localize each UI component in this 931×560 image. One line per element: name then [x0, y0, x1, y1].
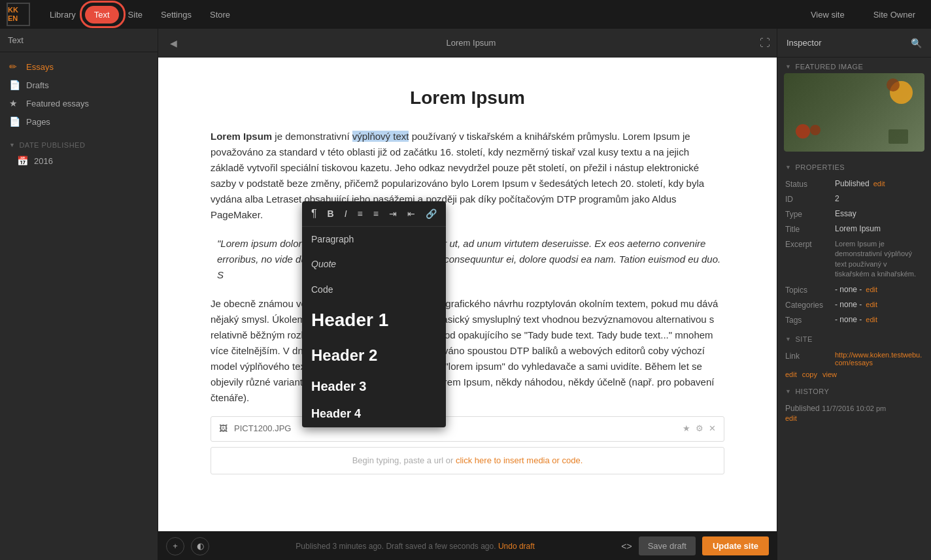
format-bold-btn[interactable]: B — [324, 206, 338, 222]
format-quote-item[interactable]: Quote — [302, 252, 446, 276]
media-attachment: 🖼 PICT1200.JPG ★ ⚙ ✕ — [211, 416, 724, 442]
undo-draft-link[interactable]: Undo draft — [498, 542, 535, 551]
sidebar-item-2016[interactable]: 📅 2016 — [0, 152, 158, 170]
save-draft-button[interactable]: Save draft — [639, 536, 696, 555]
sidebar-content-items: ✏ Essays 📄 Drafts ★ Featured essays 📄 Pa… — [0, 52, 158, 136]
prop-type: Type Essay — [777, 206, 931, 222]
insert-media-row[interactable]: Begin typing, paste a url or click here … — [211, 447, 724, 475]
site-link-copy-btn[interactable]: copy — [802, 371, 817, 378]
theme-button[interactable]: ◐ — [191, 537, 209, 555]
history-published-value: 11/7/2016 10:02 pm — [822, 404, 886, 412]
prop-status: Status Published edit — [777, 176, 931, 191]
prop-categories: Categories - none - edit — [777, 297, 931, 312]
status-text: Published 3 minutes ago. Draft saved a f… — [216, 542, 615, 551]
format-header4-item[interactable]: Header 4 — [302, 401, 446, 427]
site-label: ▼ SITE — [777, 330, 931, 346]
format-popup: ¶ B I ≡ ≡ ⇥ ⇤ 🔗 Paragraph Quote Code Hea… — [302, 201, 446, 427]
center-area: ◀ Lorem Ipsum ⛶ Lorem Ipsum Lorem Ipsum … — [158, 29, 777, 560]
content-paragraph-1: Lorem Ipsum je demonstrativní výplňový t… — [211, 129, 724, 223]
essays-icon: ✏ — [9, 61, 21, 72]
view-site-btn[interactable]: View site — [802, 6, 854, 24]
topics-edit-btn[interactable]: edit — [866, 286, 877, 293]
calendar-icon: 📅 — [17, 156, 29, 166]
format-link-btn[interactable]: 🔗 — [422, 206, 441, 222]
featured-image-label: ▼ FEATURED IMAGE — [777, 58, 931, 73]
site-owner-btn[interactable]: Site Owner — [864, 6, 924, 24]
inspector-title: Inspector — [787, 38, 821, 48]
right-panel: Inspector 🔍 ▼ FEATURED IMAGE ▼ PROPERTIE… — [777, 29, 931, 560]
format-header1-item[interactable]: Header 1 — [302, 302, 446, 339]
site-link-view-btn[interactable]: view — [822, 371, 837, 378]
fullscreen-button[interactable]: ⛶ — [760, 37, 770, 49]
logo: KK EN — [7, 3, 30, 26]
media-remove-btn[interactable]: ✕ — [709, 422, 716, 436]
status-edit-btn[interactable]: edit — [873, 180, 885, 188]
format-ol-btn[interactable]: ≡ — [369, 206, 382, 222]
pages-icon: 📄 — [9, 116, 21, 127]
format-outdent-btn[interactable]: ⇤ — [403, 206, 419, 222]
prop-topics: Topics - none - edit — [777, 282, 931, 297]
top-nav-right: View site Site Owner — [802, 6, 924, 24]
format-code-item[interactable]: Code — [302, 277, 446, 302]
insert-media-link[interactable]: click here to insert media or code. — [456, 455, 583, 465]
sidebar-section-header: Text — [0, 29, 158, 52]
sidebar-item-pages[interactable]: 📄 Pages — [0, 112, 158, 131]
media-filename: PICT1200.JPG — [234, 422, 291, 436]
content-paragraph-2: Je obecně známou věcí, že člověk bývá př… — [211, 296, 724, 406]
add-button[interactable]: + — [166, 537, 184, 555]
format-paragraph-item[interactable]: Paragraph — [302, 227, 446, 252]
editor-content[interactable]: Lorem Ipsum Lorem Ipsum je demonstrativn… — [158, 58, 777, 531]
nav-settings[interactable]: Settings — [152, 6, 201, 24]
site-link-actions: edit copy view — [777, 369, 931, 380]
history-edit-btn[interactable]: edit — [785, 414, 923, 422]
format-indent-btn[interactable]: ⇥ — [385, 206, 401, 222]
nav-site[interactable]: Site — [119, 6, 152, 24]
media-settings-btn[interactable]: ⚙ — [696, 422, 703, 436]
update-site-button[interactable]: Update site — [702, 536, 769, 555]
format-paragraph-btn[interactable]: ¶ — [307, 205, 321, 222]
categories-edit-btn[interactable]: edit — [866, 301, 877, 308]
prop-title: Title Lorem Ipsum — [777, 222, 931, 237]
format-italic-btn[interactable]: I — [341, 206, 351, 222]
properties-section: Status Published edit ID 2 Type Essay Ti… — [777, 174, 931, 330]
left-sidebar: Text ✏ Essays 📄 Drafts ★ Featured essays… — [0, 29, 158, 560]
right-panel-header: Inspector 🔍 — [777, 29, 931, 58]
format-header2-item[interactable]: Header 2 — [302, 339, 446, 372]
nav-library[interactable]: Library — [41, 6, 85, 24]
date-published-label[interactable]: ▼ DATE PUBLISHED — [0, 136, 158, 152]
back-button[interactable]: ◀ — [165, 35, 182, 51]
prop-id: ID 2 — [777, 191, 931, 206]
media-icon: 🖼 — [219, 422, 228, 436]
history-published-row: Published 11/7/2016 10:02 pm edit — [777, 401, 931, 425]
nav-text[interactable]: Text — [85, 6, 119, 24]
drafts-icon: 📄 — [9, 80, 21, 90]
editor-toolbar: ◀ Lorem Ipsum ⛶ — [158, 29, 777, 58]
featured-image-container[interactable] — [784, 73, 924, 152]
format-header3-item[interactable]: Header 3 — [302, 372, 446, 401]
sidebar-item-essays[interactable]: ✏ Essays — [0, 58, 158, 76]
site-link-edit-btn[interactable]: edit — [785, 371, 797, 378]
prop-link: Link http://www.koken.testwebu.com/essay… — [777, 348, 931, 369]
code-button[interactable]: <> — [621, 541, 632, 552]
media-star-btn[interactable]: ★ — [683, 422, 690, 436]
tags-edit-btn[interactable]: edit — [866, 316, 877, 323]
history-label: ▼ HISTORY — [777, 382, 931, 398]
sidebar-item-drafts[interactable]: 📄 Drafts — [0, 76, 158, 94]
history-section: Published 11/7/2016 10:02 pm edit — [777, 398, 931, 427]
main-layout: Text ✏ Essays 📄 Drafts ★ Featured essays… — [0, 29, 931, 560]
format-ul-btn[interactable]: ≡ — [354, 206, 367, 222]
top-nav: KK EN Library Text Site Settings Store V… — [0, 0, 931, 29]
prop-excerpt: Excerpt Lorem Ipsum je demonstrativní vý… — [777, 237, 931, 282]
content-heading: Lorem Ipsum — [211, 84, 724, 113]
prop-tags: Tags - none - edit — [777, 312, 931, 327]
bottom-bar: + ◐ Published 3 minutes ago. Draft saved… — [158, 531, 777, 560]
site-section: Link http://www.koken.testwebu.com/essay… — [777, 346, 931, 382]
content-blockquote: "Lorem ipsum dolor sit amet, duo ceteros… — [211, 236, 724, 283]
featured-icon: ★ — [9, 98, 21, 108]
sidebar-item-featured-essays[interactable]: ★ Featured essays — [0, 94, 158, 112]
editor-document-title: Lorem Ipsum — [182, 38, 760, 48]
properties-label: ▼ PROPERTIES — [777, 158, 931, 174]
format-toolbar: ¶ B I ≡ ≡ ⇥ ⇤ 🔗 — [302, 201, 446, 227]
nav-store[interactable]: Store — [201, 6, 239, 24]
inspector-search-btn[interactable]: 🔍 — [911, 38, 922, 48]
